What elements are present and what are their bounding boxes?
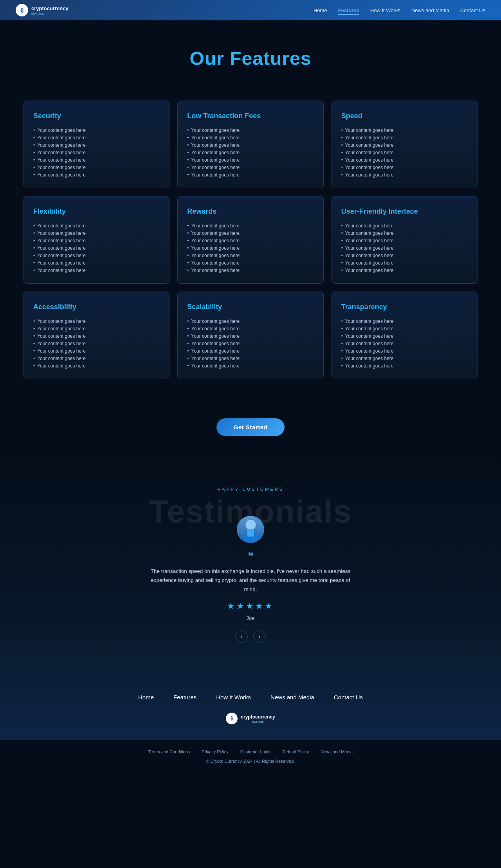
footer-privacy[interactable]: Privacy Policy [202,749,228,754]
nav-home[interactable]: Home [314,7,327,13]
footer-nav-links: Home Features How It Works News and Medi… [16,694,485,701]
footer-nav-features[interactable]: Features [173,694,196,701]
feature-card-title: Accessibility [33,303,160,311]
list-item: Your content goes here [33,362,160,369]
list-item: Your content goes here [341,332,468,340]
happy-customers-label: HAPPY CUSTOMERS [16,487,485,492]
footer-terms[interactable]: Terms and Conditions [148,749,190,754]
feature-card-list: Your content goes hereYour content goes … [187,222,314,274]
list-item: Your content goes here [341,171,468,178]
hero-section: Our Features [0,20,501,85]
feature-card: ScalabilityYour content goes hereYour co… [177,292,323,379]
footer-logo-sub: divi plus [241,720,275,724]
list-item: Your content goes here [187,237,314,244]
feature-card: TransparencyYour content goes hereYour c… [332,292,478,379]
list-item: Your content goes here [187,141,314,149]
list-item: Your content goes here [341,134,468,141]
reviewer-name: Joe [16,615,485,621]
footer-logo-icon: ₿ [226,713,238,724]
feature-card-title: Transparency [341,303,468,311]
feature-card-list: Your content goes hereYour content goes … [341,317,468,369]
carousel-prev-button[interactable]: ‹ [235,630,248,643]
list-item: Your content goes here [341,237,468,244]
footer-bottom-links: Terms and Conditions Privacy Policy Cust… [16,748,485,755]
list-item: Your content goes here [33,252,160,259]
list-item: Your content goes here [33,340,160,347]
features-grid: SecurityYour content goes hereYour conte… [23,101,478,379]
list-item: Your content goes here [341,149,468,156]
list-item: Your content goes here [187,149,314,156]
feature-card-list: Your content goes hereYour content goes … [341,126,468,178]
footer-nav-news-media[interactable]: News and Media [270,694,314,701]
footer-nav-home[interactable]: Home [138,694,154,701]
footer-logo: ₿ cryptocurrency divi plus [16,713,485,724]
cta-section: Get Started [0,403,501,459]
list-item: Your content goes here [33,244,160,252]
list-item: Your content goes here [341,259,468,267]
footer-news[interactable]: News and Media [321,749,353,754]
list-item: Your content goes here [33,259,160,267]
list-item: Your content goes here [187,332,314,340]
carousel-next-button[interactable]: › [253,630,266,643]
logo-sub: divi plus [31,12,68,16]
feature-card-title: Rewards [187,207,314,216]
features-section: SecurityYour content goes hereYour conte… [0,85,501,403]
footer-nav-how-it-works[interactable]: How It Works [216,694,251,701]
feature-card: SecurityYour content goes hereYour conte… [23,101,169,188]
footer-bottom: Terms and Conditions Privacy Policy Cust… [0,740,501,771]
list-item: Your content goes here [33,222,160,229]
nav-contact-us[interactable]: Contact Us [460,7,485,13]
footer-nav-contact-us[interactable]: Contact Us [334,694,363,701]
svg-point-0 [245,520,256,530]
logo-icon: ₿ [16,4,28,16]
list-item: Your content goes here [33,156,160,164]
list-item: Your content goes here [341,244,468,252]
list-item: Your content goes here [341,141,468,149]
footer-customer-login[interactable]: Customer Login [240,749,271,754]
feature-card: User-Friendly InterfaceYour content goes… [332,196,478,284]
list-item: Your content goes here [33,237,160,244]
footer-logo-text: cryptocurrency [241,714,275,720]
footer-nav-section: Home Features How It Works News and Medi… [0,674,501,740]
avatar-figure [237,516,264,543]
star-rating: ★★★★★ [16,601,485,611]
nav-how-it-works[interactable]: How It Works [370,7,400,13]
feature-card-title: Scalability [187,303,314,311]
logo-text: cryptocurrency [31,5,68,11]
avatar-container [16,516,485,543]
list-item: Your content goes here [33,332,160,340]
list-item: Your content goes here [187,134,314,141]
quote-icon: ❝ [16,549,485,562]
footer-refund[interactable]: Refund Policy [282,749,309,754]
nav-links: Home Features How It Works News and Medi… [314,7,485,14]
feature-card-title: Low Transaction Fees [187,112,314,120]
list-item: Your content goes here [341,347,468,355]
list-item: Your content goes here [187,259,314,267]
footer-copyright: © Crypto Currency 2024 | All Rights Rese… [16,759,485,764]
list-item: Your content goes here [341,156,468,164]
list-item: Your content goes here [341,267,468,274]
feature-card-list: Your content goes hereYour content goes … [33,222,160,274]
svg-rect-2 [247,529,254,537]
logo[interactable]: ₿ cryptocurrency divi plus [16,4,68,16]
list-item: Your content goes here [341,362,468,369]
person-svg [238,517,263,542]
testimonials-section: HAPPY CUSTOMERS Testimonials ❝ The trans… [0,459,501,674]
feature-card-list: Your content goes hereYour content goes … [341,222,468,274]
list-item: Your content goes here [187,126,314,134]
nav-news-media[interactable]: News and Media [411,7,449,13]
list-item: Your content goes here [341,340,468,347]
list-item: Your content goes here [33,317,160,325]
feature-card-title: Speed [341,112,468,120]
testimonial-text: The transaction speed on this exchange i… [149,567,352,594]
feature-card-title: User-Friendly Interface [341,207,468,216]
list-item: Your content goes here [341,229,468,237]
list-item: Your content goes here [187,317,314,325]
list-item: Your content goes here [33,141,160,149]
list-item: Your content goes here [33,267,160,274]
get-started-button[interactable]: Get Started [216,418,285,436]
list-item: Your content goes here [341,126,468,134]
nav-features[interactable]: Features [338,7,359,15]
list-item: Your content goes here [33,355,160,362]
list-item: Your content goes here [187,340,314,347]
